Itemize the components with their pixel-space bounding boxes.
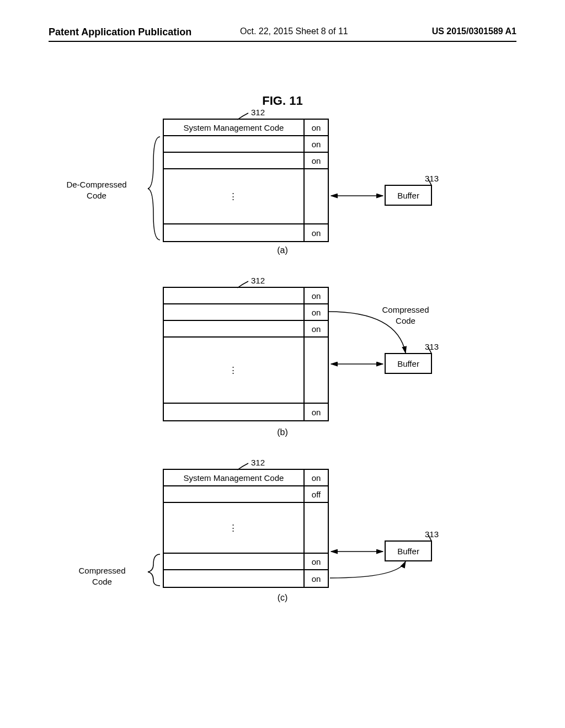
cell-main	[164, 224, 305, 241]
subfigure-a: 312 System Management Code on on on ⋮ on…	[0, 108, 565, 290]
cell-main	[164, 486, 305, 503]
ref-312-a: 312	[251, 108, 265, 117]
cell-status: on	[305, 136, 328, 153]
label-compressed-b: Compressed Code	[364, 304, 447, 326]
cell-status: on	[305, 470, 328, 486]
page-header: Patent Application Publication Oct. 22, …	[0, 26, 565, 43]
buffer-label: Buffer	[397, 547, 419, 556]
cell-main	[164, 404, 305, 420]
ref-312-c: 312	[251, 458, 265, 467]
cell-main	[164, 570, 305, 587]
cell-status: on	[305, 288, 328, 304]
ref-313-a: 313	[425, 174, 439, 183]
cell-main	[164, 304, 305, 321]
ref-313-c: 313	[425, 529, 439, 539]
cell-smc: System Management Code	[164, 470, 305, 486]
figure-title: FIG. 11	[0, 94, 565, 108]
ref-312-b: 312	[251, 276, 265, 285]
cell-status	[305, 169, 328, 224]
subfig-label-b: (b)	[0, 427, 565, 437]
cell-status: on	[305, 153, 328, 169]
header-docnum: US 2015/0301589 A1	[432, 26, 516, 36]
cell-main	[164, 321, 305, 338]
cell-status: on	[305, 404, 328, 420]
subfig-label-a: (a)	[0, 245, 565, 255]
subfig-label-c: (c)	[0, 593, 565, 603]
header-rule	[49, 41, 516, 42]
buffer-box-b: Buffer	[385, 353, 432, 374]
cell-status	[305, 338, 328, 404]
cell-status: on	[305, 554, 328, 570]
label-decompressed: De-Compressed Code	[55, 179, 138, 201]
cell-vdots: ⋮	[164, 338, 305, 404]
cell-main	[164, 554, 305, 570]
cell-main	[164, 136, 305, 153]
label-compressed-c: Compressed Code	[66, 565, 138, 587]
cell-status: on	[305, 321, 328, 338]
subfigure-b: 312 on on on ⋮ on Compressed Code 313 Bu…	[0, 276, 565, 469]
cell-status: on	[305, 304, 328, 321]
header-publication: Patent Application Publication	[49, 26, 191, 38]
buffer-box-c: Buffer	[385, 540, 432, 561]
ref-313-b: 313	[425, 342, 439, 351]
buffer-label: Buffer	[397, 359, 419, 368]
table-c: System Management Code on off ⋮ on on	[163, 469, 329, 588]
cell-status: on	[305, 570, 328, 587]
cell-main	[164, 288, 305, 304]
cell-status: on	[305, 120, 328, 136]
table-a: System Management Code on on on ⋮ on	[163, 119, 329, 242]
subfigure-c: 312 System Management Code on off ⋮ on o…	[0, 458, 565, 651]
buffer-label: Buffer	[397, 191, 419, 200]
cell-vdots: ⋮	[164, 503, 305, 554]
cell-vdots: ⋮	[164, 169, 305, 224]
buffer-box-a: Buffer	[385, 185, 432, 206]
table-b: on on on ⋮ on	[163, 287, 329, 421]
cell-status	[305, 503, 328, 554]
cell-status: off	[305, 486, 328, 503]
header-sheet: Oct. 22, 2015 Sheet 8 of 11	[240, 26, 348, 36]
cell-smc: System Management Code	[164, 120, 305, 136]
cell-status: on	[305, 224, 328, 241]
cell-main	[164, 153, 305, 169]
